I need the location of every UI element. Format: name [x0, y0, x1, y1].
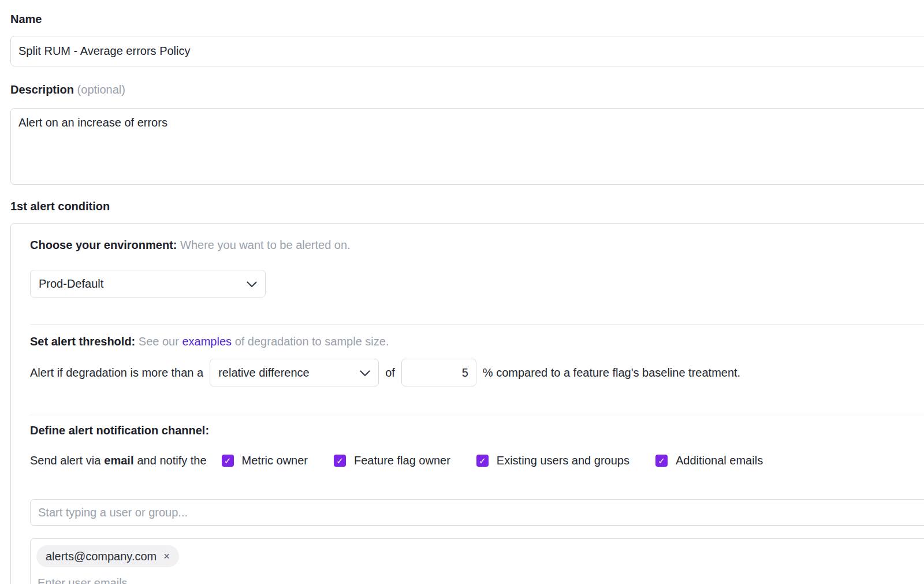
- threshold-sentence-suffix: % compared to a feature flag's baseline …: [483, 366, 740, 380]
- threshold-label-row: Set alert threshold: See our examples of…: [30, 335, 389, 348]
- comparison-type-value: relative difference: [218, 366, 310, 380]
- threshold-hint-suffix: of degradation to sample size.: [235, 335, 389, 348]
- notification-send-row: Send alert via email and notify the ✓ Me…: [30, 453, 763, 468]
- section-divider: [30, 324, 924, 325]
- chevron-down-icon: [360, 366, 370, 380]
- threshold-of-label: of: [385, 366, 395, 380]
- users-groups-checkbox[interactable]: ✓: [476, 455, 489, 467]
- check-icon: ✓: [658, 456, 665, 465]
- send-bold: email: [104, 454, 133, 467]
- email-tags-box[interactable]: alerts@company.com × Enter user emails: [30, 538, 924, 584]
- alert-condition-heading: 1st alert condition: [10, 200, 110, 213]
- threshold-sentence-prefix: Alert if degradation is more than a: [30, 366, 203, 380]
- environment-select-value: Prod-Default: [39, 277, 103, 291]
- chevron-down-icon: [247, 277, 257, 291]
- send-suffix: and notify the: [137, 454, 206, 467]
- threshold-sentence-row: Alert if degradation is more than a rela…: [30, 359, 740, 386]
- email-tag-text: alerts@company.com: [46, 550, 157, 563]
- description-optional-text: (optional): [77, 83, 125, 96]
- flag-owner-checkbox[interactable]: ✓: [334, 455, 346, 467]
- section-divider: [30, 415, 924, 415]
- user-group-search-input[interactable]: [30, 499, 924, 526]
- check-icon: ✓: [224, 456, 232, 465]
- flag-owner-label: Feature flag owner: [354, 454, 450, 467]
- additional-emails-label: Additional emails: [676, 454, 763, 467]
- threshold-hint-prefix: See our: [139, 335, 179, 348]
- send-prefix: Send alert via: [30, 454, 100, 467]
- additional-emails-checkbox[interactable]: ✓: [655, 455, 668, 467]
- environment-select[interactable]: Prod-Default: [30, 270, 266, 297]
- users-groups-option: ✓ Existing users and groups: [476, 454, 629, 467]
- name-input[interactable]: [10, 36, 924, 66]
- additional-emails-option: ✓ Additional emails: [655, 454, 763, 467]
- examples-link[interactable]: examples: [182, 335, 232, 348]
- description-label-text: Description: [10, 83, 74, 96]
- users-groups-label: Existing users and groups: [497, 454, 629, 467]
- threshold-value-input[interactable]: [401, 359, 476, 386]
- email-tag: alerts@company.com ×: [36, 545, 179, 567]
- check-icon: ✓: [479, 456, 486, 465]
- description-label: Description (optional): [10, 83, 125, 96]
- environment-label-row: Choose your environment: Where you want …: [30, 239, 351, 252]
- environment-label: Choose your environment:: [30, 239, 177, 251]
- environment-hint: Where you want to be alerted on.: [180, 239, 351, 251]
- metric-owner-label: Metric owner: [242, 454, 308, 467]
- flag-owner-option: ✓ Feature flag owner: [334, 454, 450, 467]
- metric-owner-option: ✓ Metric owner: [222, 454, 308, 467]
- name-label: Name: [10, 13, 42, 26]
- check-icon: ✓: [336, 456, 344, 465]
- remove-tag-icon[interactable]: ×: [163, 550, 170, 563]
- notification-label: Define alert notification channel:: [30, 424, 209, 437]
- threshold-label: Set alert threshold:: [30, 335, 135, 348]
- alert-policy-form: Name Description (optional) Alert on an …: [0, 0, 924, 584]
- metric-owner-checkbox[interactable]: ✓: [222, 455, 234, 467]
- description-textarea[interactable]: Alert on an increase of errors: [10, 108, 924, 185]
- comparison-type-select[interactable]: relative difference: [210, 359, 379, 386]
- email-tags-placeholder: Enter user emails: [38, 576, 128, 584]
